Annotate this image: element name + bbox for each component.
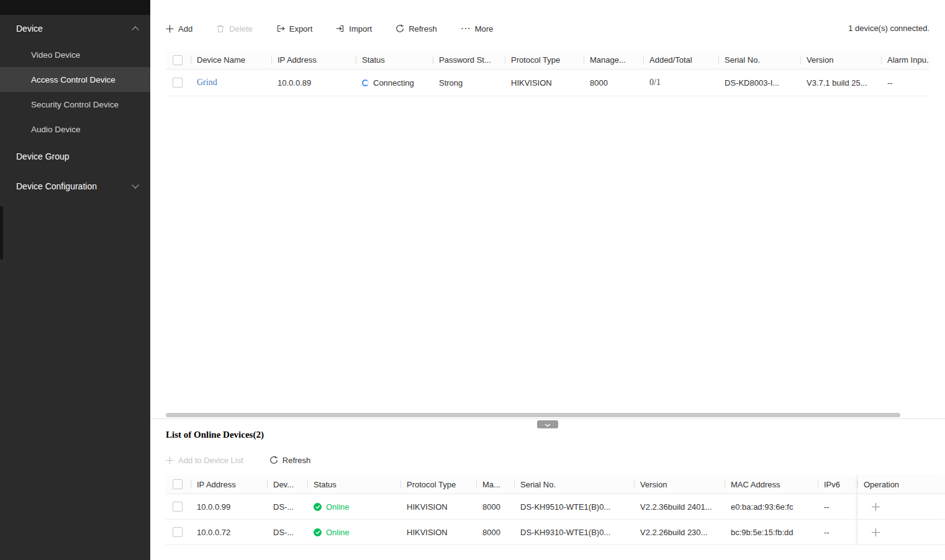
col-status: Status — [356, 51, 433, 69]
table-row[interactable]: Grind 10.0.0.89 Connecting Strong HIKVIS… — [166, 70, 929, 96]
col-protocol-type-label: Protocol Type — [407, 480, 456, 489]
cell-alarm-input: -- — [881, 70, 929, 96]
col-alarm-input-label: Alarm Inpu... — [887, 55, 929, 65]
online-table-header: IP Address Dev... Status Protocol Type M… — [166, 475, 945, 494]
delete-button-label: Delete — [229, 24, 253, 34]
col-management-port: Ma... — [476, 475, 514, 494]
ipv6-value: -- — [824, 502, 830, 512]
collapse-panel-button[interactable] — [537, 420, 558, 428]
version-value: V3.7.1 build 25... — [807, 78, 867, 88]
export-button-label: Export — [289, 24, 313, 34]
col-management-port-label: Manage... — [590, 55, 626, 65]
cell-device-name: Grind — [191, 70, 271, 96]
device-toolbar: Add Delete Export Import Refresh ⋯ More — [166, 20, 929, 37]
chevron-up-icon — [132, 26, 138, 33]
row-checkbox[interactable] — [173, 78, 183, 88]
sidebar-item-device-label: Device — [16, 24, 43, 34]
online-refresh-button[interactable]: Refresh — [269, 456, 311, 465]
online-devices-title: List of Online Devices(2) — [166, 430, 945, 441]
ipv6-value: -- — [824, 528, 830, 537]
col-serial-no-label: Serial No. — [520, 480, 556, 489]
sidebar-item-video-device[interactable]: Video Device — [0, 42, 150, 67]
col-added-total-label: Added/Total — [649, 55, 692, 65]
cell-management-port: 8000 — [584, 70, 643, 96]
delete-button[interactable]: Delete — [216, 24, 253, 34]
cell-protocol-type: HIKVISION — [400, 520, 476, 544]
device-model-value: DS-... — [273, 528, 294, 537]
status-value: Online — [326, 502, 350, 512]
col-protocol-type: Protocol Type — [400, 475, 476, 494]
import-button[interactable]: Import — [336, 24, 372, 34]
management-port-value: 8000 — [482, 502, 500, 512]
add-to-device-list-button[interactable]: Add to Device List — [166, 456, 243, 465]
sidebar-item-device-group[interactable]: Device Group — [0, 142, 150, 171]
col-status-label: Status — [314, 480, 337, 489]
col-password-strength-label: Password St... — [439, 55, 491, 65]
col-protocol-type-label: Protocol Type — [511, 55, 560, 65]
col-device-model: Dev... — [267, 475, 307, 494]
col-password-strength: Password St... — [433, 51, 505, 69]
device-name-link[interactable]: Grind — [197, 78, 217, 88]
cell-status: Connecting — [356, 70, 433, 96]
ip-address-value: 10.0.0.99 — [197, 502, 230, 512]
add-button[interactable]: Add — [166, 24, 192, 34]
cell-protocol-type: HIKVISION — [400, 494, 476, 519]
col-operation: Operation — [857, 475, 945, 494]
sidebar-item-video-device-label: Video Device — [31, 50, 80, 60]
col-device-model-label: Dev... — [273, 480, 294, 489]
sidebar-item-audio-device[interactable]: Audio Device — [0, 117, 150, 142]
add-device-icon[interactable] — [871, 502, 880, 512]
col-ip-address: IP Address — [191, 475, 267, 494]
cell-version: V3.7.1 build 25... — [800, 70, 881, 96]
select-all-checkbox[interactable] — [173, 55, 183, 65]
sidebar-item-device-configuration-label: Device Configuration — [16, 181, 97, 191]
cell-protocol-type: HIKVISION — [505, 70, 584, 96]
row-checkbox-cell — [166, 520, 191, 544]
col-serial-no: Serial No. — [514, 475, 634, 494]
col-mac-address-label: MAC Address — [731, 480, 780, 489]
col-serial-no-label: Serial No. — [725, 55, 760, 65]
sidebar-item-audio-device-label: Audio Device — [31, 125, 81, 134]
row-checkbox[interactable] — [173, 527, 183, 537]
online-select-all-checkbox[interactable] — [173, 479, 183, 489]
col-version: Version — [800, 51, 881, 69]
online-devices-toolbar: Add to Device List Refresh — [166, 454, 945, 466]
col-version-label: Version — [640, 480, 667, 489]
sidebar-scrollbar[interactable] — [0, 206, 3, 260]
version-value: V2.2.26build 230... — [640, 528, 707, 537]
col-management-port: Manage... — [584, 51, 643, 69]
cell-status: Online — [307, 520, 400, 544]
more-button[interactable]: ⋯ More — [461, 24, 494, 34]
col-added-total: Added/Total — [643, 51, 718, 69]
table-row[interactable]: 10.0.0.99 DS-... Online HIKVISION 8000 D… — [166, 494, 945, 520]
table-row[interactable]: 10.0.0.72 DS-... Online HIKVISION 8000 D… — [166, 520, 945, 545]
chevron-down-icon — [545, 420, 551, 429]
cell-serial-no: DS-KD8003-I... — [718, 70, 800, 96]
sidebar-top-strip — [0, 0, 150, 15]
sidebar-item-device-group-label: Device Group — [16, 151, 70, 161]
main-content: Add Delete Export Import Refresh ⋯ More — [150, 0, 945, 560]
cell-ip-address: 10.0.0.99 — [191, 494, 267, 519]
col-alarm-input: Alarm Inpu... — [881, 51, 929, 69]
status-value: Connecting — [373, 78, 414, 88]
row-checkbox[interactable] — [173, 502, 183, 512]
refresh-button[interactable]: Refresh — [396, 24, 437, 34]
app-root: Device Video Device Access Control Devic… — [0, 0, 945, 560]
device-table: Device Name IP Address Status Password S… — [166, 51, 929, 418]
sidebar-item-device-configuration[interactable]: Device Configuration — [0, 171, 150, 201]
ip-address-value: 10.0.0.72 — [197, 528, 230, 537]
sidebar-item-access-control-device[interactable]: Access Control Device — [0, 67, 150, 92]
mac-address-value: e0:ba:ad:93:6e:fc — [731, 502, 793, 512]
sidebar-item-device[interactable]: Device — [0, 15, 150, 42]
plus-icon — [166, 25, 174, 33]
horizontal-scrollbar[interactable] — [166, 413, 900, 417]
add-device-icon[interactable] — [871, 528, 880, 537]
add-to-device-list-label: Add to Device List — [178, 456, 243, 465]
online-refresh-label: Refresh — [283, 456, 311, 465]
cell-serial-no: DS-KH9510-WTE1(B)0... — [514, 494, 634, 519]
sidebar-item-security-control-device[interactable]: Security Control Device — [0, 92, 150, 117]
cell-management-port: 8000 — [476, 520, 514, 544]
cell-device-model: DS-... — [267, 520, 307, 544]
export-button[interactable]: Export — [276, 24, 313, 34]
management-port-value: 8000 — [482, 528, 500, 537]
